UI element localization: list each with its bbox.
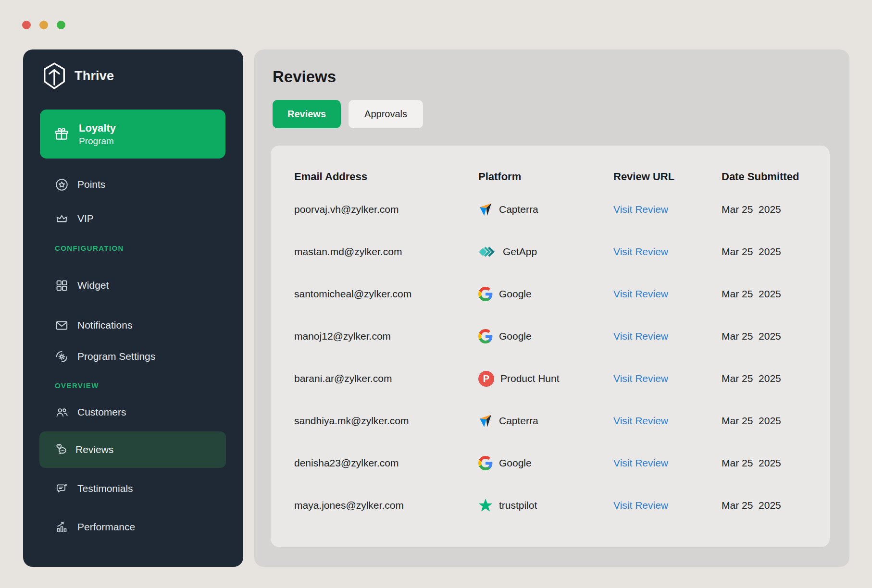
table-header-row: Email Address Platform Review URL Date S… bbox=[271, 165, 830, 189]
table-row: barani.ar@zylker.com P Product Hunt Visi… bbox=[271, 357, 830, 400]
capterra-icon bbox=[478, 414, 493, 428]
platform-cell: P Product Hunt bbox=[478, 371, 613, 387]
sidebar-item-program-settings[interactable]: Program Settings bbox=[23, 346, 243, 367]
email-cell: poorvaj.vh@zylker.com bbox=[294, 204, 478, 215]
visit-review-link[interactable]: Visit Review bbox=[613, 457, 668, 468]
sidebar-item-loyalty-program[interactable]: Loyalty Program bbox=[40, 110, 225, 159]
column-header-platform: Platform bbox=[478, 171, 613, 183]
platform-label: trustpilot bbox=[499, 500, 537, 511]
window-controls bbox=[22, 21, 65, 29]
platform-label: Google bbox=[499, 457, 532, 469]
sidebar-item-notifications[interactable]: Notifications bbox=[23, 315, 243, 336]
visit-review-link[interactable]: Visit Review bbox=[613, 415, 668, 426]
visit-review-link[interactable]: Visit Review bbox=[613, 204, 668, 215]
platform-label: Google bbox=[499, 288, 532, 300]
envelope-icon bbox=[55, 318, 69, 332]
platform-label: Capterra bbox=[499, 415, 538, 427]
platform-cell: Google bbox=[478, 287, 613, 301]
thrive-logo-icon bbox=[41, 61, 67, 91]
email-cell: maya.jones@zylker.com bbox=[294, 500, 478, 511]
loyalty-label-line1: Loyalty bbox=[79, 121, 116, 135]
sidebar: Thrive Loyalty Program Points VIP CONFIG… bbox=[23, 49, 243, 567]
date-cell: Mar 25 2025 bbox=[722, 415, 830, 427]
google-icon bbox=[478, 287, 493, 301]
sidebar-item-reviews[interactable]: Reviews bbox=[39, 431, 226, 468]
minimize-button[interactable] bbox=[39, 21, 48, 29]
tab-reviews[interactable]: Reviews bbox=[273, 100, 341, 128]
sidebar-item-label: Testimonials bbox=[77, 483, 133, 494]
platform-label: GetApp bbox=[503, 246, 537, 257]
table-row: manoj12@zylker.com Google Visit Review M… bbox=[271, 315, 830, 357]
email-cell: mastan.md@zylker.com bbox=[294, 246, 478, 257]
date-cell: Mar 25 2025 bbox=[722, 373, 830, 384]
date-cell: Mar 25 2025 bbox=[722, 457, 830, 469]
widget-grid-icon bbox=[55, 279, 69, 293]
main-panel: Reviews Reviews Approvals Email Address … bbox=[254, 49, 849, 567]
google-icon bbox=[478, 456, 493, 470]
sidebar-item-label: Reviews bbox=[75, 444, 113, 455]
platform-cell: Google bbox=[478, 329, 613, 343]
gear-orbit-icon bbox=[55, 350, 69, 364]
column-header-url: Review URL bbox=[613, 171, 722, 183]
date-cell: Mar 25 2025 bbox=[722, 500, 830, 511]
sidebar-item-vip[interactable]: VIP bbox=[23, 208, 243, 229]
capterra-icon bbox=[478, 202, 493, 217]
platform-cell: Capterra bbox=[478, 414, 613, 428]
date-cell: Mar 25 2025 bbox=[722, 246, 830, 257]
sidebar-item-label: Points bbox=[77, 179, 105, 190]
reviews-table-card: Email Address Platform Review URL Date S… bbox=[271, 146, 830, 547]
column-header-date: Date Submitted bbox=[722, 171, 830, 183]
table-body: poorvaj.vh@zylker.com Capterra Visit Rev… bbox=[271, 188, 830, 527]
sidebar-item-label: Customers bbox=[77, 406, 126, 418]
chat-star-icon bbox=[55, 482, 69, 496]
sidebar-item-points[interactable]: Points bbox=[23, 174, 243, 195]
platform-label: Capterra bbox=[499, 204, 538, 215]
visit-review-link[interactable]: Visit Review bbox=[613, 500, 668, 511]
product-hunt-icon: P bbox=[478, 371, 494, 387]
visit-review-link[interactable]: Visit Review bbox=[613, 373, 668, 384]
brand: Thrive bbox=[41, 61, 114, 91]
section-header-configuration: CONFIGURATION bbox=[55, 244, 124, 252]
table-row: denisha23@zylker.com Google Visit Review… bbox=[271, 442, 830, 484]
sidebar-item-testimonials[interactable]: Testimonials bbox=[23, 478, 243, 499]
tab-bar: Reviews Approvals bbox=[273, 100, 423, 128]
close-button[interactable] bbox=[22, 21, 31, 29]
visit-review-link[interactable]: Visit Review bbox=[613, 246, 668, 257]
email-cell: denisha23@zylker.com bbox=[294, 457, 478, 469]
page-title: Reviews bbox=[273, 68, 336, 86]
table-row: santomicheal@zylker.com Google Visit Rev… bbox=[271, 273, 830, 315]
chat-heart-icon bbox=[54, 442, 69, 457]
email-cell: barani.ar@zylker.com bbox=[294, 373, 478, 384]
date-cell: Mar 25 2025 bbox=[722, 204, 830, 215]
platform-cell: Google bbox=[478, 456, 613, 470]
trustpilot-icon bbox=[478, 498, 493, 513]
maximize-button[interactable] bbox=[57, 21, 65, 29]
sidebar-item-label: VIP bbox=[77, 213, 94, 224]
platform-label: Google bbox=[499, 331, 532, 342]
visit-review-link[interactable]: Visit Review bbox=[613, 288, 668, 299]
platform-cell: trustpilot bbox=[478, 498, 613, 513]
sidebar-item-performance[interactable]: Performance bbox=[23, 516, 243, 538]
sidebar-item-widget[interactable]: Widget bbox=[23, 275, 243, 296]
platform-cell: Capterra bbox=[478, 202, 613, 217]
date-cell: Mar 25 2025 bbox=[722, 331, 830, 342]
bar-chart-icon bbox=[55, 520, 69, 534]
visit-review-link[interactable]: Visit Review bbox=[613, 331, 668, 342]
email-cell: santomicheal@zylker.com bbox=[294, 288, 478, 300]
email-cell: sandhiya.mk@zylker.com bbox=[294, 415, 478, 427]
sidebar-item-label: Performance bbox=[77, 521, 135, 533]
tab-approvals[interactable]: Approvals bbox=[349, 100, 423, 128]
platform-cell: GetApp bbox=[478, 245, 613, 259]
sidebar-item-label: Notifications bbox=[77, 319, 132, 331]
points-star-icon bbox=[55, 178, 69, 192]
google-icon bbox=[478, 329, 493, 343]
table-row: sandhiya.mk@zylker.com Capterra Visit Re… bbox=[271, 400, 830, 442]
email-cell: manoj12@zylker.com bbox=[294, 331, 478, 342]
crown-icon bbox=[55, 212, 69, 226]
sidebar-item-customers[interactable]: Customers bbox=[23, 402, 243, 423]
platform-label: Product Hunt bbox=[500, 373, 560, 384]
sidebar-item-label: Program Settings bbox=[77, 351, 155, 362]
sidebar-item-label: Widget bbox=[77, 280, 109, 291]
people-icon bbox=[55, 405, 69, 419]
getapp-icon bbox=[478, 245, 497, 259]
